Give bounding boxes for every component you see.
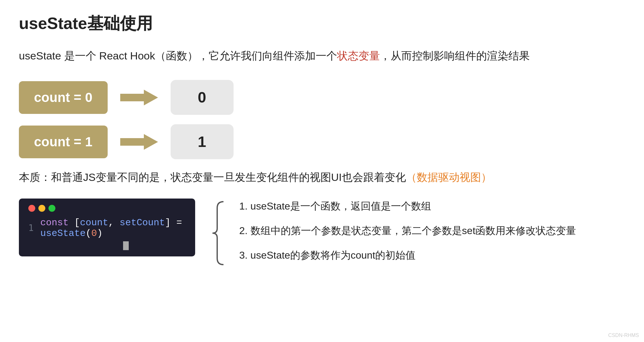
code-bracket-open: [ — [74, 217, 80, 228]
code-line: 1 const [count, setCount] = useState(0) — [28, 217, 186, 239]
essence-text: 本质：和普通JS变量不同的是，状态变量一旦发生变化组件的视图UI也会跟着变化（数… — [19, 169, 625, 186]
code-comma: , — [108, 217, 114, 228]
essence-highlight: （数据驱动视图） — [406, 171, 492, 183]
result-value-1: 1 — [198, 133, 206, 150]
code-var2: setCount — [114, 217, 165, 228]
count-row-1: count = 1 1 — [19, 124, 625, 159]
bracket-connector — [208, 199, 227, 268]
code-var1: count — [80, 217, 108, 228]
svg-marker-0 — [120, 90, 158, 105]
count-box-1: count = 1 — [19, 126, 108, 158]
description-text: useState 是一个 React Hook（函数），它允许我们向组件添加一个… — [19, 47, 625, 64]
code-param: 0 — [91, 228, 97, 239]
notes-list: 1. useState是一个函数，返回值是一个数组 2. 数组中的第一个参数是状… — [239, 199, 576, 263]
desc-highlight: 状态变量 — [337, 50, 380, 62]
essence-part1: 本质：和普通JS变量不同的是，状态变量一旦发生变化组件的视图UI也会跟着变化 — [19, 171, 406, 183]
page-title: useState基础使用 — [19, 13, 625, 35]
result-box-1: 1 — [171, 124, 234, 159]
count-box-0: count = 0 — [19, 81, 108, 114]
count-row-0: count = 0 0 — [19, 80, 625, 115]
desc-part2: ，从而控制影响组件的渲染结果 — [380, 50, 530, 62]
code-equals: = — [171, 217, 182, 228]
code-paren-open: ( — [86, 228, 91, 239]
desc-part1: useState 是一个 React Hook（函数），它允许我们向组件添加一个 — [19, 50, 337, 62]
code-content: const [count, setCount] = useState(0) — [40, 217, 186, 239]
line-number: 1 — [28, 223, 35, 233]
result-box-0: 0 — [171, 80, 234, 115]
count-label-1: count = 1 — [34, 134, 93, 149]
arrow-1 — [120, 132, 158, 151]
cursor — [123, 241, 129, 250]
code-editor: 1 const [count, setCount] = useState(0) — [19, 199, 195, 256]
bottom-section: 1 const [count, setCount] = useState(0) … — [19, 199, 625, 268]
code-func: useState — [40, 228, 86, 239]
svg-marker-1 — [120, 134, 158, 150]
code-bracket-close: ] — [165, 217, 171, 228]
code-keyword: const — [40, 217, 69, 228]
arrow-0 — [120, 88, 158, 107]
code-paren-close: ) — [97, 228, 103, 239]
editor-dots — [28, 205, 186, 212]
dot-yellow — [38, 205, 45, 212]
dot-green — [48, 205, 55, 212]
note-item-2: 3. useState的参数将作为count的初始值 — [239, 248, 576, 263]
note-item-0: 1. useState是一个函数，返回值是一个数组 — [239, 199, 576, 214]
count-label-0: count = 0 — [34, 90, 93, 105]
note-item-1: 2. 数组中的第一个参数是状态变量，第二个参数是set函数用来修改状态变量 — [239, 223, 576, 238]
result-value-0: 0 — [198, 89, 206, 106]
watermark: CSDN-RHMS — [608, 333, 639, 338]
dot-red — [28, 205, 35, 212]
